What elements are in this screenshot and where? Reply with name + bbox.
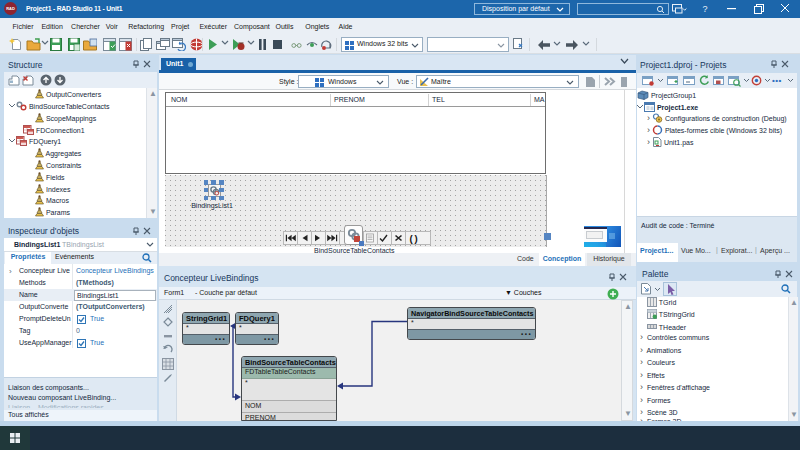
svg-text:( ): ( ) xyxy=(410,233,418,244)
